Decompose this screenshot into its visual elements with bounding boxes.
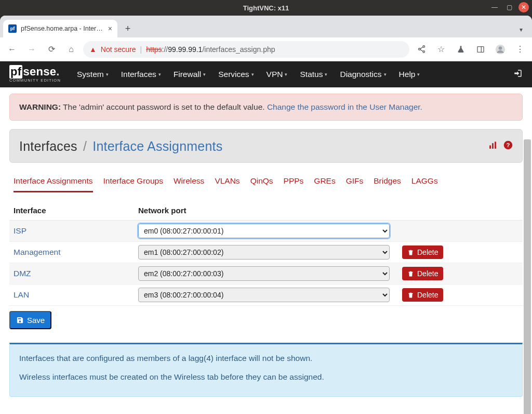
- svg-rect-9: [495, 141, 496, 148]
- scrollbar[interactable]: [524, 139, 531, 414]
- info-box: Interfaces that are configured as member…: [9, 343, 523, 397]
- breadcrumb-root: Interfaces: [19, 139, 77, 153]
- table-row: ISPem0 (08:00:27:00:00:01): [9, 221, 523, 242]
- tab-wireless[interactable]: Wireless: [174, 176, 204, 192]
- page-viewport[interactable]: pfsense. COMMUNITY EDITION System ▾Inter…: [0, 61, 532, 414]
- favicon-icon: pf: [8, 24, 17, 33]
- table-row: LANem3 (08:00:27:00:00:04)Delete: [9, 284, 523, 306]
- save-button[interactable]: Save: [9, 311, 51, 329]
- delete-button[interactable]: Delete: [402, 267, 443, 280]
- tab-vlans[interactable]: VLANs: [215, 176, 240, 192]
- url-scheme: https: [146, 45, 162, 54]
- svg-text:?: ?: [507, 142, 510, 148]
- nav-home-button[interactable]: ⌂: [63, 42, 79, 57]
- svg-rect-8: [492, 143, 494, 149]
- delete-button[interactable]: Delete: [402, 245, 443, 259]
- network-port-select[interactable]: em2 (08:00:27:00:00:03): [138, 266, 390, 281]
- interface-link[interactable]: ISP: [14, 226, 138, 236]
- nav-item-status[interactable]: Status ▾: [294, 66, 333, 83]
- os-close-button[interactable]: ✕: [518, 2, 529, 12]
- tabs-overflow-icon[interactable]: ▾: [520, 26, 523, 33]
- browser-menu-icon[interactable]: ⋮: [512, 42, 528, 57]
- svg-point-6: [499, 46, 502, 50]
- nav-item-interfaces[interactable]: Interfaces ▾: [115, 66, 167, 83]
- tab-interface-groups[interactable]: Interface Groups: [103, 176, 163, 192]
- stats-icon[interactable]: [488, 141, 497, 152]
- new-tab-button[interactable]: +: [121, 21, 135, 36]
- interfaces-table: Interface Network port ISPem0 (08:00:27:…: [9, 201, 523, 329]
- help-icon[interactable]: ?: [503, 140, 513, 152]
- nav-item-vpn[interactable]: VPN ▾: [261, 66, 294, 83]
- logout-icon[interactable]: [513, 69, 523, 81]
- tab-close-icon[interactable]: ×: [108, 24, 112, 33]
- delete-button[interactable]: Delete: [402, 288, 443, 302]
- breadcrumb: Interfaces / Interface Assignments ?: [9, 129, 523, 163]
- warning-text: The 'admin' account password is set to t…: [61, 102, 267, 111]
- tab-interface-assignments[interactable]: Interface Assignments: [14, 176, 93, 192]
- browser-tabstrip: pf pfSense.home.arpa - Interfaces: I × +…: [0, 16, 532, 37]
- browser-toolbar: ← → ⟳ ⌂ ▲ Not secure | https://99.99.99.…: [0, 37, 532, 61]
- warning-label: WARNING:: [19, 102, 61, 111]
- pfsense-logo[interactable]: pfsense. COMMUNITY EDITION: [9, 66, 61, 83]
- nav-item-firewall[interactable]: Firewall ▾: [168, 66, 211, 83]
- os-maximize-button[interactable]: ▢: [504, 2, 514, 12]
- tab-ppps[interactable]: PPPs: [284, 176, 304, 192]
- browser-tab-title: pfSense.home.arpa - Interfaces: I: [21, 25, 104, 32]
- warning-link[interactable]: Change the password in the User Manager.: [267, 102, 422, 111]
- os-titlebar: TightVNC: x11 — ▢ ✕: [0, 0, 532, 16]
- table-row: DMZem2 (08:00:27:00:00:03)Delete: [9, 263, 523, 284]
- tab-gres[interactable]: GREs: [314, 176, 335, 192]
- svg-rect-3: [477, 46, 484, 52]
- url-path: /interfaces_assign.php: [202, 45, 275, 54]
- tab-qinqs[interactable]: QinQs: [250, 176, 273, 192]
- url-host: 99.99.99.1: [168, 45, 202, 54]
- bookmark-icon[interactable]: ☆: [433, 42, 449, 57]
- extension-flask-icon[interactable]: [453, 42, 469, 57]
- nav-reload-button[interactable]: ⟳: [44, 42, 59, 57]
- app-navbar: pfsense. COMMUNITY EDITION System ▾Inter…: [0, 61, 532, 87]
- interface-link[interactable]: LAN: [14, 290, 138, 300]
- not-secure-label: Not secure: [101, 45, 136, 54]
- subnav-tabs: Interface AssignmentsInterface GroupsWir…: [9, 163, 523, 192]
- col-head-interface: Interface: [14, 206, 138, 215]
- browser-tab[interactable]: pf pfSense.home.arpa - Interfaces: I ×: [3, 20, 117, 37]
- info-line-1: Interfaces that are configured as member…: [19, 354, 513, 363]
- nav-forward-button[interactable]: →: [24, 42, 39, 57]
- warning-alert: WARNING: The 'admin' account password is…: [9, 94, 523, 121]
- os-minimize-button[interactable]: —: [489, 2, 500, 12]
- profile-avatar-icon[interactable]: [493, 42, 508, 57]
- insecure-icon: ▲: [89, 45, 97, 54]
- breadcrumb-current: Interface Assignments: [92, 139, 222, 153]
- network-port-select[interactable]: em1 (08:00:27:00:00:02): [138, 245, 390, 260]
- table-row: Managementem1 (08:00:27:00:00:02)Delete: [9, 242, 523, 263]
- nav-back-button[interactable]: ←: [4, 42, 20, 57]
- nav-item-help[interactable]: Help ▾: [393, 66, 426, 83]
- nav-item-services[interactable]: Services ▾: [212, 66, 259, 83]
- address-bar[interactable]: ▲ Not secure | https://99.99.99.1/interf…: [83, 41, 409, 58]
- extension-panel-icon[interactable]: [473, 42, 488, 57]
- os-window-title: TightVNC: x11: [0, 4, 532, 12]
- tab-gifs[interactable]: GIFs: [346, 176, 364, 192]
- interface-link[interactable]: DMZ: [14, 269, 138, 278]
- svg-rect-7: [489, 145, 491, 148]
- network-port-select[interactable]: em3 (08:00:27:00:00:04): [138, 288, 390, 302]
- nav-item-system[interactable]: System ▾: [71, 66, 114, 83]
- info-line-2: Wireless interfaces must be created on t…: [19, 372, 513, 382]
- nav-item-diagnostics[interactable]: Diagnostics ▾: [334, 66, 392, 83]
- tab-laggs[interactable]: LAGGs: [411, 176, 438, 192]
- interface-link[interactable]: Management: [14, 248, 138, 257]
- col-head-port: Network port: [138, 206, 398, 215]
- tab-bridges[interactable]: Bridges: [374, 176, 401, 192]
- save-button-label: Save: [27, 316, 45, 325]
- share-icon[interactable]: [414, 42, 429, 57]
- network-port-select[interactable]: em0 (08:00:27:00:00:01): [138, 224, 390, 238]
